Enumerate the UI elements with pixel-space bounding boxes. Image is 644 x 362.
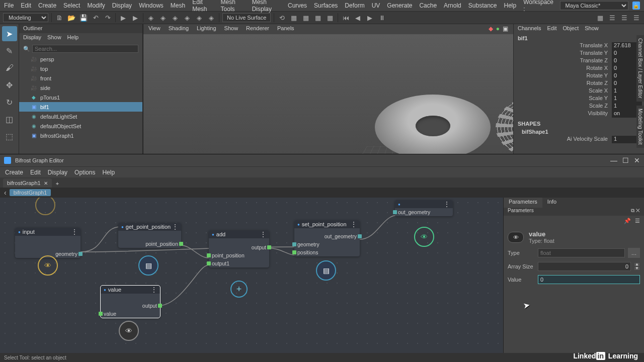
- vp-shading[interactable]: Shading: [169, 25, 189, 33]
- cb-row-translate-y[interactable]: Translate Y0: [514, 50, 644, 57]
- cb-row-scale-z[interactable]: Scale Z1: [514, 103, 644, 110]
- cb-row-translate-x[interactable]: Translate X27.618: [514, 42, 644, 50]
- vp-lighting[interactable]: Lighting: [197, 25, 216, 33]
- node-add[interactable]: add⋮ output point_position output1: [209, 230, 269, 267]
- node-menu-icon[interactable]: ⋮: [172, 223, 178, 230]
- bf-breadcrumb[interactable]: bifrostGraph1: [10, 189, 51, 196]
- array-spinner[interactable]: ▲▼: [634, 262, 640, 270]
- output-badge-icon[interactable]: 👁: [414, 227, 434, 247]
- save-scene-icon[interactable]: 💾: [79, 13, 88, 22]
- value-badge-icon[interactable]: 👁: [119, 321, 139, 341]
- menu-cache[interactable]: Cache: [419, 2, 437, 9]
- node-set-point-position[interactable]: set_point_position⋮ out_geometry geometr…: [294, 220, 360, 256]
- lock-icon[interactable]: 🔒: [632, 2, 640, 10]
- outliner-display[interactable]: Display: [23, 34, 41, 42]
- cb-row-scale-y[interactable]: Scale Y1: [514, 95, 644, 103]
- menu-substance[interactable]: Substance: [468, 2, 497, 9]
- menu-meshtools[interactable]: Mesh Tools: [221, 0, 245, 13]
- popout-icon[interactable]: ⧉: [631, 208, 634, 213]
- torus-wireframe[interactable]: [496, 92, 513, 154]
- move-tool[interactable]: ✥: [2, 77, 17, 93]
- pin-icon[interactable]: 📌: [624, 218, 631, 224]
- bf-edit[interactable]: Edit: [30, 169, 41, 176]
- cb-edit[interactable]: Edit: [547, 25, 556, 33]
- outliner-item-side[interactable]: 🎥side: [19, 83, 142, 93]
- port-output1-in[interactable]: output1: [209, 259, 269, 267]
- menu-deform[interactable]: Deform: [345, 2, 364, 9]
- menu-surfaces[interactable]: Surfaces: [314, 2, 338, 9]
- cb-shape-name[interactable]: bifShape1: [514, 128, 644, 136]
- port-point-position[interactable]: point_position: [118, 240, 181, 248]
- menu-edit[interactable]: Edit: [21, 2, 31, 9]
- cb-row-ai-velocity-scale[interactable]: Ai Velocity Scale1: [514, 136, 644, 143]
- cb-row-rotate-y[interactable]: Rotate Y0: [514, 72, 644, 80]
- outliner-item-defaultLightSet[interactable]: defaultLightSet: [19, 112, 142, 121]
- cb-row-visibility[interactable]: Visibilityon: [514, 110, 644, 118]
- port-output[interactable]: output: [101, 302, 160, 310]
- construction-history-icon[interactable]: ⟲: [277, 13, 286, 22]
- outliner-item-front[interactable]: 🎥front: [19, 73, 142, 83]
- bookmark-icon[interactable]: ▣: [503, 25, 508, 33]
- outliner-item-pTorus1[interactable]: pTorus1: [19, 93, 142, 102]
- menu-help[interactable]: Help: [504, 2, 517, 9]
- value-input[interactable]: [538, 275, 640, 284]
- node-menu-icon[interactable]: ⋮: [71, 228, 77, 235]
- paint-select-tool[interactable]: 🖌: [2, 60, 17, 75]
- bf-help[interactable]: Help: [102, 169, 115, 176]
- menu-generate[interactable]: Generate: [387, 2, 412, 9]
- menu-file[interactable]: File: [4, 2, 14, 9]
- module-select[interactable]: Modeling: [3, 13, 48, 22]
- menu-select[interactable]: Select: [63, 2, 80, 9]
- menu-icon[interactable]: ☰: [635, 218, 640, 224]
- bf-options[interactable]: Options: [74, 169, 95, 176]
- outliner-item-persp[interactable]: 🎥persp: [19, 54, 142, 64]
- snap-toggle-icon[interactable]: ◈: [207, 13, 216, 22]
- open-scene-icon[interactable]: 📂: [67, 13, 76, 22]
- channel-box-sidebar-label[interactable]: Channel Box / Layer Editor: [636, 35, 644, 102]
- menu-uv[interactable]: UV: [372, 2, 380, 9]
- play-icon[interactable]: ▶: [365, 13, 374, 22]
- port-output[interactable]: output: [209, 243, 269, 251]
- rewind-icon[interactable]: ⏮: [341, 13, 350, 22]
- params-tab[interactable]: Parameters: [504, 198, 542, 208]
- outliner-help[interactable]: Help: [67, 34, 79, 42]
- live-surface-label[interactable]: No Live Surface: [222, 13, 271, 22]
- snap-curve-icon[interactable]: ◈: [158, 13, 168, 22]
- outliner-item-bifrostGraph1[interactable]: bifrostGraph1: [19, 131, 142, 140]
- bf-graph-tab[interactable]: bifrostGraph1 ✕: [3, 178, 52, 188]
- outliner-item-bif1[interactable]: bif1: [19, 102, 142, 112]
- minimize-icon[interactable]: —: [610, 156, 617, 164]
- redo-icon[interactable]: ↷: [103, 13, 112, 22]
- select-icon-2[interactable]: ▶: [131, 13, 140, 22]
- node-output[interactable]: ⋮ out_geometry: [395, 200, 453, 216]
- port-geometry-in[interactable]: geometry: [294, 240, 360, 248]
- play-back-icon[interactable]: ◀: [353, 13, 362, 22]
- scale-tool[interactable]: ◫: [2, 112, 17, 127]
- outliner-show[interactable]: Show: [47, 34, 61, 42]
- type-browse-button[interactable]: …: [628, 248, 640, 258]
- menu-create[interactable]: Create: [38, 2, 56, 9]
- menu-windows[interactable]: Windows: [139, 2, 164, 9]
- bf-create[interactable]: Create: [5, 169, 23, 176]
- port-positions[interactable]: positions: [294, 248, 360, 256]
- attribute-editor-icon[interactable]: ☰: [608, 13, 617, 22]
- snap-grid-icon[interactable]: ◈: [146, 13, 155, 22]
- input-badge-icon-top[interactable]: [35, 198, 55, 215]
- rotate-tool[interactable]: ↻: [2, 95, 17, 110]
- bf-back-button[interactable]: ‹: [4, 189, 7, 197]
- close-params-icon[interactable]: ✕: [636, 208, 640, 213]
- new-scene-icon[interactable]: 🗎: [55, 13, 64, 22]
- cb-row-translate-z[interactable]: Translate Z0: [514, 57, 644, 65]
- vp-show[interactable]: Show: [224, 25, 238, 33]
- panel-layout-icon[interactable]: ▦: [596, 13, 605, 22]
- viewport[interactable]: View Shading Lighting Show Renderer Pane…: [143, 24, 513, 154]
- menu-curves[interactable]: Curves: [288, 2, 307, 9]
- cb-object[interactable]: Object: [562, 25, 579, 33]
- menu-arnold[interactable]: Arnold: [444, 2, 461, 9]
- setpp-badge-icon[interactable]: ▤: [316, 260, 336, 281]
- snap-live-icon[interactable]: ◈: [195, 13, 204, 22]
- node-menu-icon[interactable]: ⋮: [260, 231, 266, 238]
- input-badge-icon[interactable]: 👁: [38, 255, 58, 276]
- port-point-position-in[interactable]: point_position: [209, 251, 269, 259]
- bf-titlebar[interactable]: Bifrost Graph Editor — ☐ ✕: [0, 154, 644, 166]
